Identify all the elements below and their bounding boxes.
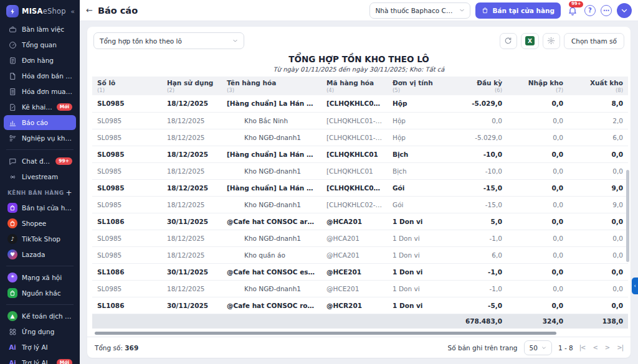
horizontal-scrollbar[interactable] bbox=[93, 331, 624, 335]
sidebar-item-livestream[interactable]: Livestream bbox=[4, 169, 76, 184]
sidebar-item-ngu-n-kh-c[interactable]: Nguồn khác bbox=[4, 286, 76, 301]
sidebar-item-h-a-n-b-n-h-ng[interactable]: Hóa đơn bán hàng bbox=[4, 68, 76, 83]
page-size-selector[interactable]: 50 bbox=[524, 340, 552, 355]
table-row[interactable]: SL098518/12/2025Kho NGĐ-dnanh1[CLHQKHLC0… bbox=[92, 196, 628, 213]
report-type-selector[interactable]: Tổng hợp tồn kho theo lô bbox=[93, 32, 244, 49]
cell-outflow: 6,0 bbox=[568, 129, 628, 146]
column-header[interactable]: Số lô(1) bbox=[92, 77, 162, 95]
cell-opening: -5.029,0 bbox=[442, 95, 507, 112]
sidebar-divider bbox=[6, 149, 74, 150]
refresh-button[interactable] bbox=[500, 33, 517, 49]
column-header[interactable]: Đơn vị tính(5) bbox=[388, 77, 442, 95]
sidebar-item-k-to-n-d-ch-v-[interactable]: ▲Kế toán dịch vụ bbox=[4, 309, 76, 324]
sidebar-item-m-ng-x-h-i[interactable]: *Mạng xã hội bbox=[4, 270, 76, 285]
table-row[interactable]: SL098518/12/2025[Hàng chuẩn] La Hán Quả … bbox=[92, 95, 628, 112]
cell-inflow: 0,0 bbox=[507, 230, 568, 246]
social-icon: * bbox=[7, 273, 17, 282]
table-row[interactable]: SL098518/12/2025[Hàng chuẩn] La Hán Quả … bbox=[92, 146, 628, 162]
table-row[interactable]: SL098518/12/2025Kho Bắc Ninh[CLHQKHLC01-… bbox=[92, 112, 628, 129]
first-page-icon[interactable]: |< bbox=[579, 344, 586, 351]
sidebar-item--n-h-ng[interactable]: Đơn hàng bbox=[4, 53, 76, 68]
table-row[interactable]: SL108630/11/2025@Cafe hat CONSOC espress… bbox=[92, 263, 628, 280]
settings-button[interactable] bbox=[543, 33, 560, 49]
back-arrow-icon[interactable]: ← bbox=[86, 6, 93, 15]
cell-date: 30/11/2025 bbox=[162, 213, 222, 230]
panel-expand-tab[interactable]: ‹ bbox=[632, 278, 638, 294]
sidebar-item-lazada[interactable]: ♥Lazada bbox=[4, 247, 76, 262]
tiktok-icon: ♪ bbox=[7, 234, 17, 244]
total-inflow: 324,0 bbox=[507, 314, 568, 329]
sidebar-item-b-n-t-i-c-a-h-ng[interactable]: Bán tại cửa hàng bbox=[4, 200, 76, 215]
more-options-button[interactable]: ⋯ bbox=[601, 5, 612, 16]
column-header[interactable]: Tên hàng hóa(3) bbox=[222, 77, 321, 95]
ai-icon: Ai bbox=[7, 358, 17, 364]
table-row[interactable]: SL098518/12/2025Kho NGĐ-dnanh1[CLHQKHLC0… bbox=[92, 129, 628, 146]
cell-opening: -1,0 bbox=[442, 280, 507, 297]
cell-inflow: 0,0 bbox=[507, 112, 568, 129]
sidebar-collapse-icon[interactable]: « bbox=[70, 7, 75, 16]
other-source-icon bbox=[7, 288, 17, 298]
prev-page-icon[interactable]: < bbox=[593, 344, 597, 351]
sidebar-item-label: Bán tại cửa hàng bbox=[22, 204, 72, 212]
column-header[interactable]: Hạn sử dụng(2) bbox=[162, 77, 222, 95]
table-row[interactable]: SL098518/12/2025Kho NGĐ-dnanh1@HCA2011 D… bbox=[92, 230, 628, 246]
cell-lot: SL0985 bbox=[92, 280, 162, 297]
sidebar-divider bbox=[6, 266, 74, 266]
column-header[interactable]: Mã hàng hóa(4) bbox=[321, 77, 388, 95]
live-icon bbox=[7, 172, 17, 182]
sidebar-item--ng-d-ng[interactable]: Ứng dụng bbox=[4, 324, 76, 339]
store-icon bbox=[7, 203, 17, 213]
column-header[interactable]: Nhập kho(7) bbox=[507, 77, 568, 95]
sidebar-item-k-khai-thu-[interactable]: Kê khai thuếMới bbox=[4, 100, 76, 114]
cell-name: Kho quần áo bbox=[222, 246, 321, 263]
cell-outflow: 0,0 bbox=[568, 297, 628, 314]
table-row[interactable]: SL108630/11/2025@Cafe hat CONSOC robusta… bbox=[92, 297, 628, 314]
cell-code: [CLHQKHLC01-5Q bbox=[321, 112, 388, 129]
cell-inflow: 0,0 bbox=[507, 146, 568, 162]
column-header[interactable]: Xuất kho(8) bbox=[568, 77, 628, 95]
cell-lot: SL0985 bbox=[92, 246, 162, 263]
pos-sale-button[interactable]: Bán tại cửa hàng bbox=[475, 2, 561, 19]
total-count-label: Tổng số: bbox=[95, 344, 123, 352]
cell-name: Kho NGĐ-dnanh1 bbox=[222, 230, 321, 246]
sidebar-item-shopee[interactable]: Shopee bbox=[4, 216, 76, 231]
table-row[interactable]: SL098518/12/2025Kho NGĐ-dnanh1[CLHQKHLC0… bbox=[92, 162, 628, 179]
sidebar-item-tiktok-shop[interactable]: ♪TikTok Shop bbox=[4, 231, 76, 246]
cell-name: Kho NGĐ-dnanh1 bbox=[222, 129, 321, 146]
next-page-icon[interactable]: > bbox=[605, 344, 609, 351]
sidebar-item-label: Nguồn khác bbox=[22, 289, 61, 297]
sidebar-item-b-n-l-m-vi-c[interactable]: Bàn làm việc bbox=[4, 22, 76, 37]
logo-row: MISAeShop « bbox=[0, 0, 80, 21]
sidebar-item-tr-l-ai[interactable]: AiTrợ lý AI bbox=[4, 340, 76, 355]
add-channel-icon[interactable]: + bbox=[66, 189, 72, 197]
sidebar-item-b-o-c-o[interactable]: Báo cáo bbox=[4, 115, 76, 130]
brand-name: MISAeShop bbox=[22, 7, 66, 16]
sidebar-item-h-a-n-mua-h-ng[interactable]: Hóa đơn mua hàng bbox=[4, 84, 76, 99]
vertical-scrollbar[interactable] bbox=[626, 170, 629, 262]
sidebar-item-label: Shopee bbox=[22, 220, 46, 227]
cell-unit: Gói bbox=[388, 179, 442, 196]
notifications-button[interactable]: 99+ bbox=[566, 4, 579, 17]
export-excel-button[interactable]: X bbox=[521, 33, 539, 49]
last-page-icon[interactable]: >| bbox=[617, 344, 623, 351]
sidebar-item-nghi-p-v-kh-c[interactable]: Nghiệp vụ khác bbox=[4, 131, 76, 146]
total-opening: 678.483,0 bbox=[442, 314, 507, 329]
table-row[interactable]: SL098518/12/2025Kho quần áo@HCA2011 Don … bbox=[92, 246, 628, 263]
report-icon bbox=[7, 118, 17, 128]
help-button[interactable]: ? bbox=[584, 5, 596, 16]
account-avatar[interactable] bbox=[617, 3, 632, 18]
table-row[interactable]: SL098518/12/2025Kho NGĐ-dnanh1@HCE2011 D… bbox=[92, 280, 628, 297]
table-header-row: Số lô(1)Hạn sử dụng(2)Tên hàng hóa(3)Mã … bbox=[92, 77, 628, 95]
choose-params-button[interactable]: Chọn tham số bbox=[564, 33, 624, 49]
sidebar-item-tr-l-ai[interactable]: AiTrợ lý AIMới bbox=[4, 355, 76, 364]
report-subtitle: Từ ngày 01/11/2025 đến ngày 30/11/2025; … bbox=[87, 66, 631, 73]
table-row[interactable]: SL108630/11/2025@Cafe hat CONSOC arabica… bbox=[92, 213, 628, 230]
column-header[interactable]: Đầu kỳ(6) bbox=[442, 77, 507, 95]
store-selector[interactable]: Nhà thuốc Baphaco Care+S... bbox=[369, 2, 470, 19]
sidebar-item-t-ng-quan[interactable]: Tổng quan bbox=[4, 37, 76, 52]
sidebar-item-chat-a-k-nh[interactable]: Chat đa kênh99+ bbox=[4, 154, 76, 169]
sidebar-item-label: Mạng xã hội bbox=[22, 274, 62, 281]
table-row[interactable]: SL098518/12/2025[Hàng chuẩn] La Hán Quả … bbox=[92, 179, 628, 196]
order-icon bbox=[7, 55, 17, 65]
cell-opening: 6,0 bbox=[442, 246, 507, 263]
